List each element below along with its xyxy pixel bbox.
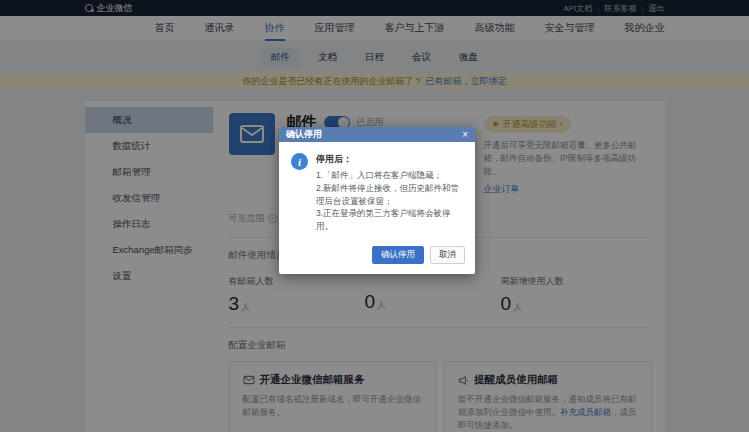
modal-header: 确认停用 × [279,127,475,142]
cancel-button[interactable]: 取消 [430,246,465,264]
modal-line-2: 2.新邮件将停止接收，但历史邮件和管理后台设置被保留； [316,182,463,208]
modal-lead: 停用后： [316,153,463,166]
modal-line-1: 1.「邮件」入口将在客户端隐藏； [316,169,463,182]
confirm-disable-button[interactable]: 确认停用 [372,246,424,264]
modal-line-3: 3.正在登录的第三方客户端将会被停用。 [316,207,463,233]
modal-title: 确认停用 [286,128,322,141]
confirm-disable-modal: 确认停用 × i 停用后： 1.「邮件」入口将在客户端隐藏； 2.新邮件将停止接… [279,127,475,274]
close-icon[interactable]: × [462,130,468,140]
wework-admin-screen: 企业微信 API文档 | 联系客服 | 退出 首页 通讯录 协作 应用管理 客户… [0,0,749,432]
info-icon: i [291,153,308,170]
